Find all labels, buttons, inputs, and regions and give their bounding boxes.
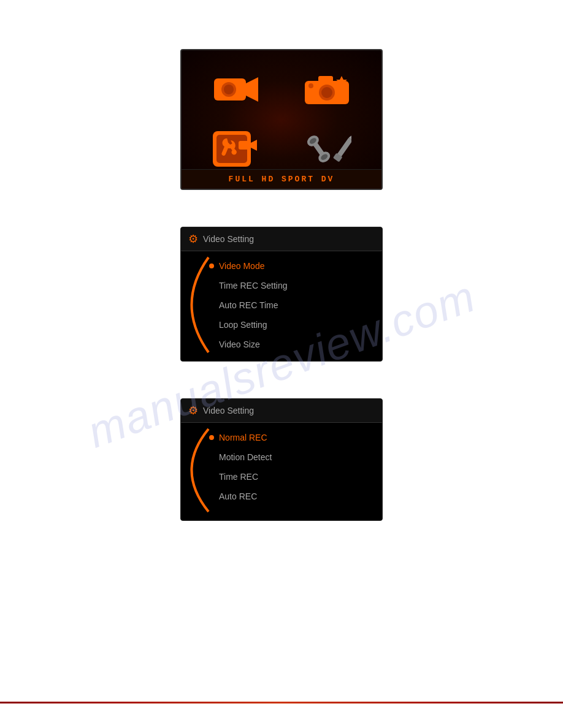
panel-header-icon-2: ⚙ (188, 404, 198, 417)
svg-point-8 (308, 83, 313, 88)
panel-content-1: Video Mode Time REC Setting Auto REC Tim… (181, 251, 382, 361)
panel-header-title-1: Video Setting (203, 234, 254, 244)
arc-container-1 (181, 251, 212, 361)
arc-container-2 (181, 423, 212, 520)
video-setting-panel-1: ⚙ Video Setting Video Mode Ti (180, 227, 383, 362)
photo-camera-cell[interactable] (285, 63, 369, 116)
menu-item-label-motion-detect: Motion Detect (219, 452, 272, 462)
panel-content-2: Normal REC Motion Detect Time REC Auto R… (181, 423, 382, 520)
menu-item-time-rec[interactable]: Time REC Setting (212, 276, 382, 295)
video-camera-cell[interactable] (194, 63, 278, 116)
menu-item-normal-rec[interactable]: Normal REC (212, 428, 382, 447)
bottom-divider (0, 702, 563, 703)
menu-item-video-mode[interactable]: Video Mode (212, 256, 382, 276)
menu-item-label-video-mode: Video Mode (219, 261, 264, 271)
panel-header-title-2: Video Setting (203, 406, 254, 415)
panel-header-2: ⚙ Video Setting (181, 399, 382, 423)
svg-rect-5 (318, 76, 333, 82)
video-camera-icon (212, 71, 261, 108)
panel-items-2: Normal REC Motion Detect Time REC Auto R… (212, 423, 382, 520)
video-setting-panel-2: ⚙ Video Setting Normal REC Motion Detect (180, 398, 383, 521)
menu-item-label-auto-rec-sub: Auto REC (219, 491, 257, 501)
menu-item-label-auto-rec: Auto REC Time (219, 300, 278, 310)
page-container: manualsreview.com (0, 0, 563, 728)
menu-item-label-loop: Loop Setting (219, 320, 267, 330)
menu-item-loop-setting[interactable]: Loop Setting (212, 315, 382, 335)
menu-item-auto-rec[interactable]: Auto REC (212, 487, 382, 506)
tools-cell[interactable] (285, 123, 369, 176)
svg-marker-1 (246, 77, 258, 102)
tools-icon (302, 129, 351, 170)
settings-video-icon (212, 129, 261, 170)
menu-item-label-normal-rec: Normal REC (219, 433, 267, 442)
menu-item-label-time-rec-sub: Time REC (219, 472, 258, 482)
svg-rect-12 (239, 141, 251, 150)
menu-item-motion-detect[interactable]: Motion Detect (212, 447, 382, 467)
menu-item-auto-rec-time[interactable]: Auto REC Time (212, 295, 382, 315)
svg-point-3 (224, 85, 234, 94)
menu-item-label-time-rec: Time REC Setting (219, 281, 288, 290)
panel-header-1: ⚙ Video Setting (181, 227, 382, 251)
panel-header-icon-1: ⚙ (188, 232, 198, 246)
photo-camera-icon (302, 71, 351, 108)
arc-svg-1 (181, 251, 212, 358)
svg-point-7 (321, 87, 332, 98)
panel-items-1: Video Mode Time REC Setting Auto REC Tim… (212, 251, 382, 361)
arc-svg-2 (181, 423, 212, 518)
settings-video-cell[interactable] (194, 123, 278, 176)
menu-item-label-video-size: Video Size (219, 339, 260, 349)
bottom-bar-text: FULL HD SPORT DV (229, 175, 335, 184)
main-menu-panel: FULL HD SPORT DV (180, 49, 383, 190)
svg-marker-13 (251, 140, 257, 151)
menu-item-video-size[interactable]: Video Size (212, 335, 382, 354)
main-menu-bottom-bar: FULL HD SPORT DV (182, 169, 381, 189)
menu-item-time-rec-sub[interactable]: Time REC (212, 467, 382, 487)
